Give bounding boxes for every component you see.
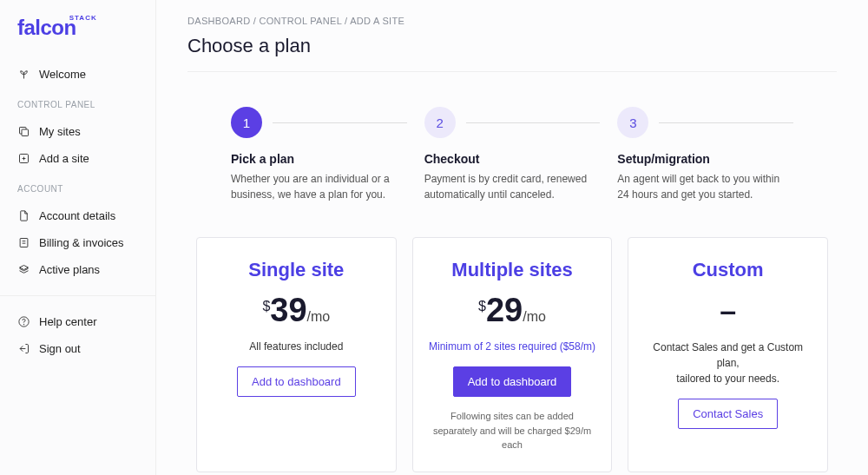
nav-label: Add a site: [39, 152, 89, 165]
logo-sup: STACK: [69, 14, 97, 22]
plan-subtitle: Minimum of 2 sites required ($58/m): [429, 339, 596, 354]
nav-label: Billing & invoices: [39, 236, 124, 249]
step-1: 1 Pick a plan Whether you are an individ…: [231, 107, 407, 202]
step-line: [273, 122, 407, 123]
plan-subtitle: All features included: [213, 339, 380, 354]
sidebar-item-signout[interactable]: Sign out: [0, 335, 155, 362]
nav-label: Sign out: [39, 342, 81, 355]
steps: 1 Pick a plan Whether you are an individ…: [231, 107, 793, 202]
step-number: 1: [231, 107, 262, 138]
plan-multiple: Multiple sites $29/mo Minimum of 2 sites…: [412, 237, 613, 472]
step-number: 2: [424, 107, 456, 138]
nav-label: Welcome: [39, 68, 86, 81]
plan-price: $29/mo: [429, 294, 596, 327]
step-desc: An agent will get back to you within 24 …: [617, 171, 793, 202]
step-line: [466, 122, 601, 123]
page-title: Choose a plan: [187, 35, 837, 72]
step-desc: Whether you are an individual or a busin…: [231, 171, 407, 202]
plan-dash: –: [644, 294, 812, 327]
svg-point-4: [23, 324, 24, 325]
file-user-icon: [17, 209, 30, 222]
logo[interactable]: falconSTACK: [0, 16, 155, 56]
sidebar-item-my-sites[interactable]: My sites: [0, 118, 155, 145]
sidebar-item-welcome[interactable]: Welcome: [0, 61, 155, 88]
add-to-dashboard-button[interactable]: Add to dashboard: [453, 366, 572, 397]
breadcrumb: DASHBOARD / CONTROL PANEL / ADD A SITE: [187, 16, 837, 26]
sidebar-item-account-details[interactable]: Account details: [0, 202, 155, 229]
help-icon: [17, 315, 30, 328]
section-account: ACCOUNT: [0, 177, 155, 197]
sidebar-item-add-site[interactable]: Add a site: [0, 145, 155, 172]
sidebar-item-help[interactable]: Help center: [0, 308, 155, 335]
step-2: 2 Checkout Payment is by credit card, re…: [424, 107, 601, 202]
plus-square-icon: [17, 152, 30, 165]
plan-custom: Custom – Contact Sales and get a Custom …: [628, 237, 828, 472]
plan-subtitle: Contact Sales and get a Custom plan,tail…: [644, 340, 812, 386]
sidebar-item-active-plans[interactable]: Active plans: [0, 256, 155, 283]
sprout-icon: [17, 68, 30, 81]
logo-text: falconSTACK: [17, 16, 76, 40]
step-title: Checkout: [424, 152, 601, 166]
plan-price: $39/mo: [213, 294, 380, 327]
nav-label: Account details: [39, 209, 115, 222]
section-control-panel: CONTROL PANEL: [0, 93, 155, 113]
nav-label: Active plans: [39, 263, 100, 276]
plan-title: Multiple sites: [429, 259, 596, 281]
layers-icon: [17, 263, 30, 276]
plan-single: Single site $39/mo All features included…: [196, 237, 397, 472]
sidebar-item-billing[interactable]: Billing & invoices: [0, 229, 155, 256]
step-3: 3 Setup/migration An agent will get back…: [617, 107, 793, 202]
breadcrumb-item: ADD A SITE: [350, 16, 404, 26]
signout-icon: [17, 342, 30, 355]
svg-rect-0: [22, 129, 29, 136]
contact-sales-button[interactable]: Contact Sales: [678, 399, 778, 429]
step-title: Pick a plan: [231, 152, 407, 166]
plan-footnote: Following sites can be added separately …: [429, 409, 596, 452]
nav-label: Help center: [39, 315, 96, 328]
plan-title: Custom: [644, 259, 812, 281]
add-to-dashboard-button[interactable]: Add to dashboard: [237, 366, 356, 397]
nav-label: My sites: [39, 125, 81, 138]
receipt-icon: [17, 236, 30, 249]
step-number: 3: [617, 107, 648, 138]
svg-rect-2: [20, 239, 28, 247]
breadcrumb-item[interactable]: DASHBOARD: [187, 16, 250, 26]
plans: Single site $39/mo All features included…: [196, 237, 828, 472]
plan-title: Single site: [213, 259, 380, 281]
step-desc: Payment is by credit card, renewed autom…: [424, 171, 601, 202]
step-line: [659, 122, 793, 123]
breadcrumb-item[interactable]: CONTROL PANEL: [259, 16, 341, 26]
divider: [0, 295, 155, 296]
main-content: DASHBOARD / CONTROL PANEL / ADD A SITE C…: [156, 0, 868, 475]
step-title: Setup/migration: [617, 152, 793, 166]
sidebar: falconSTACK Welcome CONTROL PANEL My sit…: [0, 0, 156, 475]
copy-icon: [17, 125, 30, 138]
